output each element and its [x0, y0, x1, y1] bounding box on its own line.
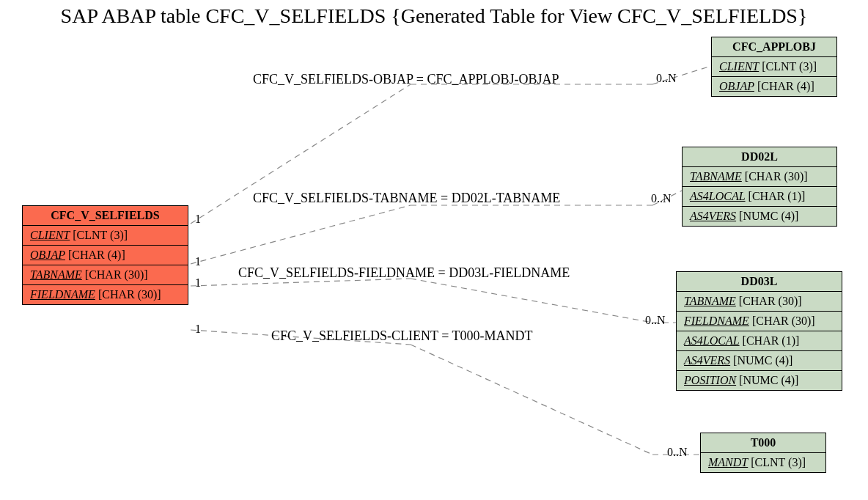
table-header: CFC_APPLOBJ: [712, 37, 836, 57]
cardinality-many: 0..N: [656, 72, 677, 85]
table-row: CLIENT [CLNT (3)]: [712, 57, 836, 77]
table-row: AS4LOCAL [CHAR (1)]: [683, 187, 836, 207]
table-cfc-applobj: CFC_APPLOBJ CLIENT [CLNT (3)] OBJAP [CHA…: [711, 37, 837, 97]
table-row: TABNAME [CHAR (30)]: [23, 265, 188, 285]
table-row: OBJAP [CHAR (4)]: [712, 77, 836, 96]
table-row: FIELDNAME [CHAR (30)]: [677, 312, 842, 331]
table-t000: T000 MANDT [CLNT (3)]: [700, 433, 826, 473]
relation-label: CFC_V_SELFIELDS-CLIENT = T000-MANDT: [271, 328, 533, 344]
table-row: CLIENT [CLNT (3)]: [23, 226, 188, 246]
table-row: AS4VERS [NUMC (4)]: [677, 351, 842, 371]
relation-label: CFC_V_SELFIELDS-OBJAP = CFC_APPLOBJ-OBJA…: [253, 72, 559, 87]
cardinality-one: 1: [195, 213, 201, 226]
table-header: DD03L: [677, 272, 842, 292]
relation-label: CFC_V_SELFIELDS-FIELDNAME = DD03L-FIELDN…: [238, 265, 570, 281]
table-dd03l: DD03L TABNAME [CHAR (30)] FIELDNAME [CHA…: [676, 271, 842, 391]
table-header: T000: [701, 433, 825, 453]
table-row: TABNAME [CHAR (30)]: [677, 292, 842, 312]
table-cfc-v-selfields: CFC_V_SELFIELDS CLIENT [CLNT (3)] OBJAP …: [22, 205, 188, 305]
table-header: DD02L: [683, 147, 836, 167]
table-row: AS4LOCAL [CHAR (1)]: [677, 331, 842, 351]
table-row: OBJAP [CHAR (4)]: [23, 246, 188, 265]
table-row: FIELDNAME [CHAR (30)]: [23, 285, 188, 304]
svg-line-3: [191, 205, 411, 264]
cardinality-one: 1: [195, 323, 201, 336]
cardinality-many: 0..N: [651, 192, 672, 205]
table-row: AS4VERS [NUMC (4)]: [683, 207, 836, 226]
table-row: TABNAME [CHAR (30)]: [683, 167, 836, 187]
cardinality-many: 0..N: [645, 314, 666, 327]
cardinality-many: 0..N: [667, 446, 688, 459]
cardinality-one: 1: [195, 276, 201, 290]
diagram-title: SAP ABAP table CFC_V_SELFIELDS {Generate…: [0, 4, 868, 28]
table-header: CFC_V_SELFIELDS: [23, 206, 188, 226]
svg-line-10: [411, 345, 652, 455]
table-dd02l: DD02L TABNAME [CHAR (30)] AS4LOCAL [CHAR…: [682, 147, 837, 227]
table-row: POSITION [NUMC (4)]: [677, 371, 842, 390]
cardinality-one: 1: [195, 255, 201, 268]
table-row: MANDT [CLNT (3)]: [701, 453, 825, 472]
svg-line-7: [411, 279, 652, 323]
relation-label: CFC_V_SELFIELDS-TABNAME = DD02L-TABNAME: [253, 191, 560, 206]
